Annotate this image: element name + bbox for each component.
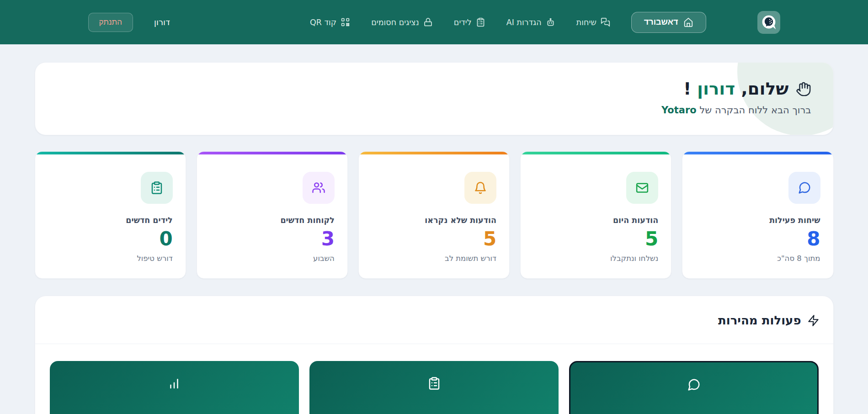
quick-actions-grid [35,344,833,414]
mail-icon [635,181,649,195]
quick-actions-header: פעולות מהירות [35,296,833,344]
stat-icon-box [141,172,173,204]
dashboard-button[interactable]: דאשבורד [631,12,706,33]
stat-subtext: דורש טיפול [48,254,173,263]
quick-action-button-2[interactable] [50,361,299,414]
stat-subtext: השבוע [210,254,335,263]
clipboard-icon [476,17,485,27]
quick-actions-title: פעולות מהירות [718,313,801,327]
qr-icon [341,17,350,27]
quick-actions-card: פעולות מהירות [35,296,834,414]
stat-card-2: הודעות שלא נקראו5דורש תשומת לב [358,151,510,279]
nav-link-label: קוד QR [310,18,336,27]
nav-links: שיחותהגדרות AIלידיםנציגים חסומיםקוד QR [310,17,610,27]
clipboard-icon [427,377,441,390]
stat-label: שיחות פעילות [695,216,820,225]
logout-button[interactable]: התנתק [88,13,133,32]
users-icon [312,181,325,195]
zap-icon [807,314,820,327]
hero-decoration [737,62,834,135]
nav-link-4[interactable]: קוד QR [310,17,350,27]
stat-icon-box [303,172,335,204]
chat-bubble-icon [687,378,701,392]
stat-value: 5 [533,229,658,249]
stat-icon-box [626,172,658,204]
chats-icon [601,17,610,27]
nav-link-label: הגדרות AI [506,18,542,27]
welcome-subtitle-brand: Yotaro [661,105,697,116]
nav-link-0[interactable]: שיחות [576,17,610,27]
clipboard-icon [150,181,164,195]
stat-card-accent-bar [682,152,833,154]
stat-label: הודעות היום [533,216,658,225]
stat-card-4: לידים חדשים0דורש טיפול [35,151,186,279]
stat-card-accent-bar [359,152,509,154]
chat-bubble-icon [798,181,811,195]
navbar-inner: דאשבורד שיחותהגדרות AIלידיםנציגים חסומים… [85,11,784,34]
greeting-name: דורון [697,79,735,99]
bar-chart-icon [167,377,181,390]
stat-value: 0 [48,229,173,249]
hand-wave-icon [796,81,811,97]
stat-subtext: מתוך 8 סה"כ [695,254,820,263]
nav-user-name[interactable]: דורון [154,17,170,27]
nav-link-1[interactable]: הגדרות AI [506,17,555,27]
stat-card-accent-bar [35,152,186,154]
home-icon [683,17,693,27]
yotaro-logo-icon[interactable] [757,11,780,34]
nav-link-label: נציגים חסומים [371,18,419,27]
stat-subtext: נשלחו ונתקבלו [533,254,658,263]
welcome-title-row: שלום, דורון ! [57,79,811,99]
top-navbar: דאשבורד שיחותהגדרות AIלידיםנציגים חסומים… [0,0,868,44]
nav-link-3[interactable]: נציגים חסומים [371,17,433,27]
stat-value: 3 [210,229,335,249]
nav-link-label: שיחות [576,18,596,27]
stat-card-accent-bar [521,152,671,154]
stat-card-3: לקוחות חדשים3השבוע [197,151,348,279]
stat-value: 5 [372,229,496,249]
stat-label: הודעות שלא נקראו [372,216,496,225]
welcome-subtitle: ברוך הבא ללוח הבקרה של Yotaro [57,105,811,116]
nav-link-label: לידים [454,18,472,27]
stat-card-accent-bar [197,152,347,154]
stats-grid: שיחות פעילות8מתוך 8 סה"כהודעות היום5נשלח… [35,151,834,279]
stat-subtext: דורש תשומת לב [372,254,496,263]
main-content: שלום, דורון ! ברוך הבא ללוח הבקרה של Yot… [35,62,834,414]
bot-icon [546,17,555,27]
dashboard-button-label: דאשבורד [644,17,678,27]
welcome-title: שלום, דורון ! [683,79,788,99]
greeting-suffix: ! [683,79,691,99]
stat-card-0: שיחות פעילות8מתוך 8 סה"כ [682,151,833,279]
stat-value: 8 [695,229,820,249]
quick-action-button-0[interactable] [569,361,818,414]
welcome-card: שלום, דורון ! ברוך הבא ללוח הבקרה של Yot… [35,62,834,135]
stat-icon-box [464,172,496,204]
stat-label: לקוחות חדשים [210,216,335,225]
bell-icon [474,181,487,195]
welcome-subtitle-text: ברוך הבא ללוח הבקרה של [699,105,811,116]
greeting-prefix: שלום, [741,79,789,99]
stat-card-1: הודעות היום5נשלחו ונתקבלו [520,151,671,279]
nav-link-2[interactable]: לידים [454,17,485,27]
lock-icon [423,17,433,27]
quick-action-button-1[interactable] [309,361,559,414]
stat-label: לידים חדשים [48,216,173,225]
stat-icon-box [788,172,820,204]
